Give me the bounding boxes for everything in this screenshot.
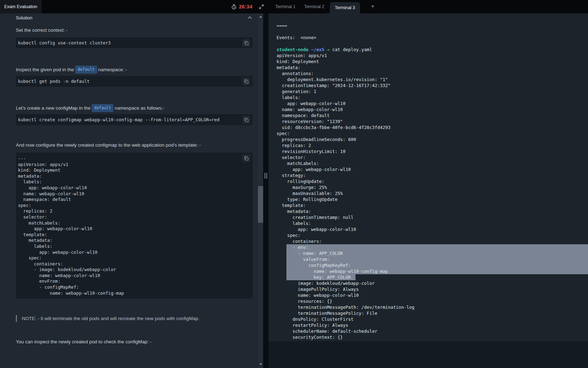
instruction-fragment: Inspect the given pod in the xyxy=(16,67,74,72)
copy-icon xyxy=(244,118,249,122)
command-block: kubectl get pods -n default xyxy=(16,76,253,87)
terminal-line: strategy: xyxy=(277,172,588,178)
command-block: kubectl config use-context cluster3 xyxy=(16,37,253,48)
terminal-line: deployment.kubernetes.io/revision: "1" xyxy=(277,76,588,82)
terminal-output[interactable]: ==== Events: <none> student-node ~/ex5 →… xyxy=(277,23,588,340)
copy-button[interactable] xyxy=(242,154,250,162)
scroll-up-button[interactable] xyxy=(258,14,263,19)
terminal-line: revisionHistoryLimit: 10 xyxy=(277,148,588,154)
yaml-block: --- apiVersion: apps/v1 kind: Deployment… xyxy=(16,153,253,299)
copy-button[interactable] xyxy=(242,78,250,85)
instruction-text: You can inspect the newly created pod to… xyxy=(16,339,250,345)
instruction-text: And now configure the newly created conf… xyxy=(16,142,250,148)
terminal-line: key: APP_COLOR xyxy=(277,274,588,280)
command-text: kubectl create configmap webapp-wl10-con… xyxy=(16,114,253,125)
terminal-line: maxUnavailable: 25% xyxy=(277,190,588,196)
yaml-text: --- apiVersion: apps/v1 kind: Deployment… xyxy=(16,153,253,299)
solution-header: Solution xyxy=(16,14,253,22)
terminal-panel[interactable]: ==== Events: <none> student-node ~/ex5 →… xyxy=(268,13,588,368)
terminal-line: ==== xyxy=(277,23,588,29)
note-text: NOTE: - It will terminate the old pods a… xyxy=(16,315,199,322)
terminal-line: valueFrom: xyxy=(277,256,588,262)
collapse-section-button[interactable] xyxy=(247,16,253,20)
terminal-line: schedulerName: default-scheduler xyxy=(277,328,588,334)
terminal-line: securityContext: {} xyxy=(277,334,588,340)
solution-panel: Solution Set the correct context: - kube… xyxy=(0,13,263,368)
terminal-line: name: webapp-color-wl10 xyxy=(277,106,588,112)
terminal-line: creationTimestamp: null xyxy=(277,214,588,220)
terminal-line: app: webapp-color-wl10 xyxy=(277,226,588,232)
note-label: NOTE: - It will terminate the old pods a… xyxy=(22,316,199,321)
app-root: Exam Evaluation 26:34 Terminal 1 Termina… xyxy=(0,0,588,368)
copy-button[interactable] xyxy=(242,116,250,124)
terminal-line: selector: xyxy=(277,154,588,160)
copy-icon xyxy=(244,156,249,161)
terminal-line: metadata: xyxy=(277,65,588,70)
instruction-fragment: Let's create a new configMap in the xyxy=(16,105,91,111)
terminal-line: labels: xyxy=(277,220,588,226)
terminal-line: Events: <none> xyxy=(277,35,588,41)
terminal-line: imagePullPolicy: Always xyxy=(277,286,588,292)
fullscreen-expand-button[interactable] xyxy=(257,0,266,13)
copy-icon xyxy=(244,41,249,45)
command-text: kubectl get pods -n default xyxy=(16,76,253,87)
terminal-line xyxy=(277,29,588,35)
clock-icon xyxy=(231,4,237,10)
instruction-text: Inspect the given pod in thedefaultnames… xyxy=(16,66,250,74)
tab-terminal-3[interactable]: Terminal 3 xyxy=(330,2,360,13)
terminal-line: resources: {} xyxy=(277,298,588,304)
panel-divider xyxy=(263,13,268,368)
chevron-up-icon xyxy=(248,16,252,19)
terminal-line: replicas: 2 xyxy=(277,142,588,148)
command-text: kubectl config use-context cluster3 xyxy=(16,37,253,48)
command-block: kubectl create configmap webapp-wl10-con… xyxy=(16,114,253,125)
terminal-line: labels: xyxy=(277,94,588,100)
tab-terminal-1[interactable]: Terminal 1 xyxy=(272,0,299,13)
terminal-line: namespace: default xyxy=(277,112,588,118)
terminal-line: spec: xyxy=(277,232,588,238)
tab-terminal-2[interactable]: Terminal 2 xyxy=(301,0,328,13)
terminal-line: resourceVersion: "1239" xyxy=(277,118,588,124)
panel-resize-handle[interactable] xyxy=(265,173,267,179)
namespace-badge: default xyxy=(75,66,97,74)
copy-button[interactable] xyxy=(242,39,250,47)
terminal-line: app: webapp-color-wl10 xyxy=(277,100,588,106)
scroll-down-button[interactable] xyxy=(258,362,263,366)
terminal-line: progressDeadlineSeconds: 600 xyxy=(277,136,588,142)
terminal-line: dnsPolicy: ClusterFirst xyxy=(277,316,588,322)
terminal-line: maxSurge: 25% xyxy=(277,184,588,190)
left-panel-scrollbar[interactable] xyxy=(258,13,263,368)
exam-timer: 26:34 xyxy=(231,0,253,13)
timer-value: 26:34 xyxy=(239,4,253,10)
terminal-line: metadata: xyxy=(277,208,588,214)
terminal-line: rollingUpdate: xyxy=(277,178,588,184)
terminal-line: - env: xyxy=(277,244,588,250)
terminal-line: annotations: xyxy=(277,70,588,76)
instruction-fragment: namespace: - xyxy=(98,67,127,72)
instruction-text: Let's create a new configMap in thedefau… xyxy=(16,104,250,112)
terminal-line: terminationMessagePath: /dev/termination… xyxy=(277,304,588,310)
namespace-badge: default xyxy=(92,104,113,112)
add-terminal-button[interactable]: + xyxy=(368,0,378,13)
instruction-text: Set the correct context: - xyxy=(16,27,250,33)
instruction-fragment: namespace as follows:- xyxy=(114,105,164,111)
terminal-line: matchLabels: xyxy=(277,160,588,166)
terminal-line: terminationMessagePolicy: File xyxy=(277,310,588,316)
expand-icon xyxy=(259,4,264,9)
triangle-down-icon xyxy=(259,363,262,365)
scrollbar-thumb[interactable] xyxy=(258,186,263,223)
terminal-line: uid: d8ccbc3a-fbbe-40fe-bcd6-4f28c3fd429… xyxy=(277,124,588,130)
terminal-line: kind: Deployment xyxy=(277,59,588,65)
terminal-line: generation: 1 xyxy=(277,88,588,94)
terminal-line: - name: APP_COLOR xyxy=(277,250,588,256)
terminal-line: app: webapp-color-wl10 xyxy=(277,166,588,172)
top-bar: Exam Evaluation 26:34 Terminal 1 Termina… xyxy=(0,0,588,13)
terminal-line: restartPolicy: Always xyxy=(277,322,588,328)
terminal-line: image: kodekloud/webapp-color xyxy=(277,280,588,286)
terminal-line: configMapKeyRef: xyxy=(277,262,588,268)
terminal-line: type: RollingUpdate xyxy=(277,196,588,202)
exam-evaluation-tab[interactable]: Exam Evaluation xyxy=(0,0,42,13)
solution-title: Solution xyxy=(16,15,32,20)
terminal-line: creationTimestamp: "2024-12-16T17:42:33Z… xyxy=(277,82,588,88)
triangle-up-icon xyxy=(259,16,262,18)
